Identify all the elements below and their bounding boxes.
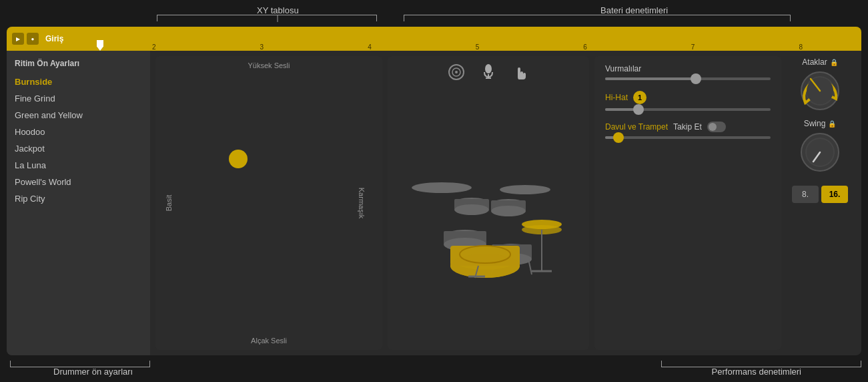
drummer-label: Drummer ön ayarları bbox=[53, 367, 133, 377]
ruler-marks: 2 3 4 5 6 7 8 bbox=[93, 43, 861, 51]
drum-kit-svg bbox=[402, 151, 575, 284]
vurmacilar-fill bbox=[605, 77, 696, 80]
beat-buttons: 8. 16. bbox=[785, 186, 855, 203]
svg-point-22 bbox=[454, 204, 489, 215]
microphone-icon[interactable] bbox=[479, 63, 498, 81]
vurmacilar-slider[interactable] bbox=[605, 77, 771, 80]
record-button[interactable]: ● bbox=[27, 33, 39, 45]
hand-icon[interactable] bbox=[511, 63, 530, 81]
sidebar-item-jackpot[interactable]: Jackpot bbox=[7, 140, 150, 157]
swing-group: Swing 🔒 bbox=[785, 119, 855, 174]
svg-point-6 bbox=[412, 182, 472, 193]
xy-label-right: Karmaşık bbox=[358, 188, 366, 218]
ataklar-lock-icon: 🔒 bbox=[830, 59, 838, 66]
sidebar: Ritim Ön Ayarları Burnside Fine Grind Gr… bbox=[7, 51, 150, 355]
drum-section bbox=[388, 56, 589, 350]
perf-panel: Ataklar 🔒 bbox=[781, 51, 861, 355]
ruler-mark-2: 2 bbox=[152, 43, 156, 51]
sidebar-item-powells-world[interactable]: Powell's World bbox=[7, 174, 150, 190]
sidebar-item-burnside[interactable]: Burnside bbox=[7, 73, 150, 90]
shaker-icon[interactable] bbox=[447, 63, 466, 81]
swing-label: Swing bbox=[804, 119, 826, 128]
svg-point-2 bbox=[455, 71, 458, 73]
sidebar-item-hoodoo[interactable]: Hoodoo bbox=[7, 124, 150, 140]
play-button[interactable]: ▶ bbox=[12, 33, 24, 45]
sidebar-item-green-yellow[interactable]: Green and Yellow bbox=[7, 107, 150, 124]
beat-8-button[interactable]: 8. bbox=[792, 186, 819, 203]
vurmacilar-group: Vurmalılar bbox=[605, 64, 771, 80]
toggle-knob bbox=[709, 123, 717, 131]
svg-point-25 bbox=[491, 206, 526, 216]
davul-label: Davul ve Trampet bbox=[605, 122, 668, 132]
vurmacilar-thumb[interactable] bbox=[691, 73, 701, 84]
ruler-mark-7: 7 bbox=[691, 43, 695, 51]
swing-label-row: Swing 🔒 bbox=[785, 119, 855, 128]
bateri-label: Bateri denetimleri bbox=[600, 5, 668, 15]
xy-bracket bbox=[157, 15, 377, 21]
perf-label: Performans denetimleri bbox=[712, 367, 801, 377]
swing-lock-icon: 🔒 bbox=[828, 120, 836, 128]
hihat-label: Hi-Hat bbox=[605, 93, 628, 102]
ruler-mark-4: 4 bbox=[368, 43, 372, 51]
hihat-slider[interactable] bbox=[605, 108, 771, 111]
app-window: ▶ ● Giriş 2 3 4 5 6 7 8 Ritim bbox=[7, 27, 861, 355]
sidebar-item-fine-grind[interactable]: Fine Grind bbox=[7, 90, 150, 107]
ruler-mark-5: 5 bbox=[476, 43, 480, 51]
hihat-thumb[interactable] bbox=[633, 104, 644, 115]
beat-16-button[interactable]: 16. bbox=[821, 186, 848, 203]
ataklar-knob[interactable] bbox=[799, 69, 841, 112]
ruler-mark-8: 8 bbox=[799, 43, 803, 51]
xy-tablosu-label: XY tablosu bbox=[257, 5, 299, 15]
timeline-bar: ▶ ● Giriş 2 3 4 5 6 7 8 bbox=[7, 27, 861, 51]
svg-point-3 bbox=[485, 64, 492, 73]
svg-point-7 bbox=[500, 185, 550, 194]
xy-label-bottom: Alçak Sesli bbox=[251, 337, 287, 345]
hihat-badge: 1 bbox=[633, 91, 646, 104]
hihat-group: Hi-Hat 1 bbox=[605, 91, 771, 111]
xy-label-left: Basit bbox=[165, 195, 173, 211]
timeline-title: Giriş bbox=[45, 34, 63, 43]
ruler: 2 3 4 5 6 7 8 bbox=[93, 40, 861, 51]
main-content: Ritim Ön Ayarları Burnside Fine Grind Gr… bbox=[7, 51, 861, 355]
ruler-mark-6: 6 bbox=[583, 43, 587, 51]
xy-dot[interactable] bbox=[229, 150, 248, 168]
bateri-bracket bbox=[404, 15, 791, 21]
xy-label-top: Yüksek Sesli bbox=[248, 61, 290, 69]
ataklar-label: Ataklar bbox=[802, 57, 827, 67]
ataklar-label-row: Ataklar 🔒 bbox=[785, 57, 855, 67]
ruler-mark-3: 3 bbox=[260, 43, 264, 51]
controls-panel: Vurmalılar Hi-Hat 1 bbox=[594, 56, 781, 350]
ataklar-group: Ataklar 🔒 bbox=[785, 57, 855, 112]
hihat-row: Hi-Hat 1 bbox=[605, 91, 771, 104]
swing-knob[interactable] bbox=[799, 131, 841, 174]
timeline-controls: ▶ ● Giriş bbox=[12, 33, 63, 45]
drum-kit-visual bbox=[388, 85, 589, 350]
davul-thumb[interactable] bbox=[613, 132, 624, 143]
main-container: XY tablosu Bateri denetimleri Drummer ön… bbox=[0, 0, 868, 382]
xy-pad[interactable]: Yüksek Sesli Alçak Sesli Basit Karmaşık bbox=[155, 56, 382, 350]
sidebar-header: Ritim Ön Ayarları bbox=[7, 56, 150, 73]
drum-icons-row bbox=[388, 56, 589, 85]
davul-slider[interactable] bbox=[605, 136, 771, 139]
sidebar-item-rip-city[interactable]: Rip City bbox=[7, 190, 150, 207]
takip-label: Takip Et bbox=[673, 122, 702, 132]
davul-group: Davul ve Trampet Takip Et bbox=[605, 122, 771, 139]
davul-row: Davul ve Trampet Takip Et bbox=[605, 122, 771, 132]
vurmacilar-label: Vurmalılar bbox=[605, 64, 771, 73]
takip-toggle[interactable] bbox=[707, 122, 726, 132]
sidebar-item-la-luna[interactable]: La Luna bbox=[7, 157, 150, 174]
